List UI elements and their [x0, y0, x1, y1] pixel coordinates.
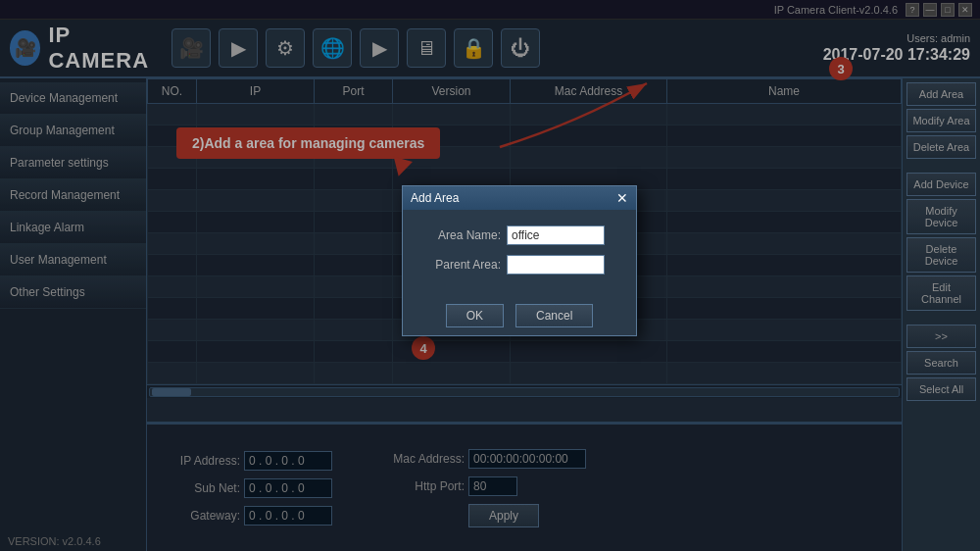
dialog-close-button[interactable]: ✕ [616, 191, 628, 205]
dialog-ok-button[interactable]: OK [446, 304, 504, 327]
add-area-dialog: Add Area ✕ Area Name: Parent Area: OK Ca… [402, 185, 637, 336]
dialog-title: Add Area [411, 191, 459, 205]
parent-area-row: Parent Area: [422, 255, 616, 275]
area-name-row: Area Name: [422, 225, 616, 245]
dialog-body: Area Name: Parent Area: [403, 210, 636, 296]
dialog-cancel-button[interactable]: Cancel [515, 304, 593, 327]
parent-area-input[interactable] [507, 255, 605, 275]
area-name-label: Area Name: [422, 228, 501, 242]
dialog-buttons: OK Cancel [403, 296, 636, 335]
dialog-title-bar: Add Area ✕ [403, 186, 636, 210]
dialog-overlay: Add Area ✕ Area Name: Parent Area: OK Ca… [0, 0, 980, 551]
parent-area-label: Parent Area: [422, 258, 501, 272]
area-name-input[interactable] [507, 225, 605, 245]
